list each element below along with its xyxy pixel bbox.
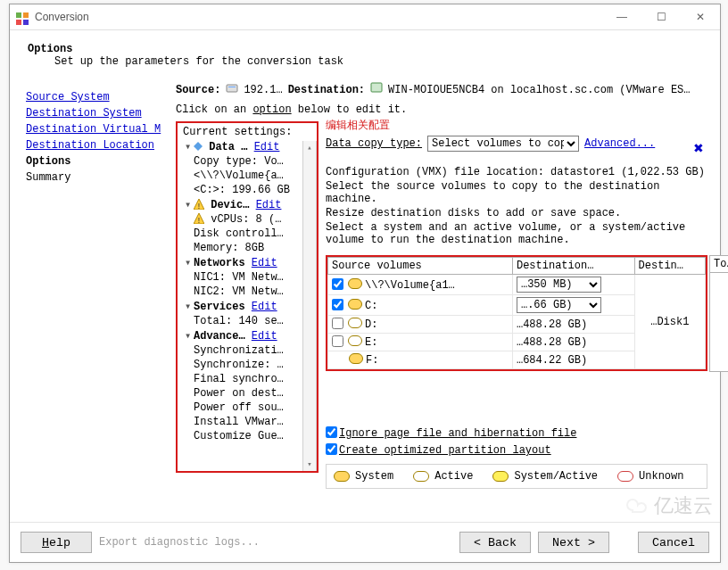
- nav-destination-system[interactable]: Destination System: [26, 105, 169, 121]
- tree-heading: Current settings:: [179, 125, 315, 139]
- volume-checkbox[interactable]: [332, 318, 343, 329]
- nav-source-system[interactable]: Source System: [26, 89, 169, 105]
- svg-text:!: !: [196, 202, 201, 210]
- volume-checkbox[interactable]: [332, 278, 343, 290]
- nav-destination-location[interactable]: Destination Location: [26, 137, 169, 153]
- red-annotation: 编辑相关配置: [326, 118, 390, 133]
- tree-services[interactable]: ▾Services Edit: [179, 299, 315, 314]
- volume-name: D:: [365, 318, 377, 331]
- next-button[interactable]: Next >: [538, 532, 609, 553]
- destination-value: WIN-MOIOUE5NCB4 on localhost.sc.com (VMw…: [388, 84, 690, 96]
- volume-name: F:: [366, 354, 378, 367]
- watermark: 亿速云: [625, 492, 713, 519]
- svg-rect-3: [23, 20, 29, 25]
- svg-rect-4: [227, 85, 237, 92]
- tree-devices[interactable]: ▾! Devic… Edit: [179, 197, 315, 212]
- tree-c-drive: <C:>: 199.66 GB: [179, 183, 315, 197]
- disk-icon: [348, 299, 362, 310]
- dest-server-icon: [370, 82, 383, 98]
- source-label: Source:: [176, 84, 220, 96]
- table-row[interactable]: \\?\Volume{a1……350 MB)…Disk1: [328, 275, 706, 295]
- opt-ignore-checkbox[interactable]: [326, 426, 337, 438]
- svg-rect-1: [23, 12, 29, 18]
- conversion-window: Conversion — ☐ ✕ Options Set up the para…: [9, 4, 721, 563]
- close-button[interactable]: ✕: [681, 4, 720, 29]
- tree-nic2: NIC2: VM Netw…: [179, 285, 315, 299]
- opt-layout-checkbox[interactable]: [326, 443, 337, 455]
- volume-name: C:: [365, 300, 377, 312]
- legend-system-icon: [334, 471, 350, 482]
- tree-scrollbar[interactable]: ▴▾: [302, 141, 317, 471]
- volume-name: E:: [365, 336, 377, 349]
- col-dest-disk[interactable]: Destin…: [634, 258, 705, 275]
- warning-icon: !: [194, 213, 204, 224]
- settings-tree-container: Current settings: ▾ Data … Edit Copy typ…: [176, 121, 318, 473]
- legend-active-icon: [413, 471, 429, 482]
- window-title: Conversion: [35, 4, 89, 29]
- col-total[interactable]: To…: [709, 255, 728, 273]
- legend-system: System: [355, 470, 393, 483]
- option-word: option: [252, 103, 291, 116]
- dest-size: …488.28 GB): [512, 334, 634, 351]
- volume-checkbox[interactable]: [332, 335, 343, 347]
- legend-active: Active: [434, 470, 473, 483]
- minimize-button[interactable]: —: [602, 4, 641, 29]
- tree-disk-controller: Disk controll…: [179, 227, 315, 241]
- dest-size-select[interactable]: ….66 GB): [517, 297, 601, 313]
- tree-adv-0: Synchronizati…: [179, 343, 315, 358]
- svg-rect-0: [16, 12, 21, 18]
- tree-adv-3: Power on dest…: [179, 386, 315, 401]
- tree-devices-edit[interactable]: Edit: [256, 199, 282, 211]
- cancel-button[interactable]: Cancel: [638, 532, 709, 553]
- export-diagnostics: Export diagnostic logs...: [99, 536, 452, 549]
- opt-layout[interactable]: Create optimized partition layout: [326, 443, 707, 457]
- tree-advanced-edit[interactable]: Edit: [252, 330, 277, 343]
- svg-marker-7: [194, 142, 203, 151]
- legend-unknown: Unknown: [639, 470, 683, 483]
- panel-close-icon[interactable]: ✖: [693, 141, 704, 155]
- tree-volume: <\\?\Volume{a…: [179, 169, 315, 183]
- main-panel: Source: 192.1… Destination: WIN-MOIOUE5N…: [176, 82, 713, 489]
- back-button[interactable]: < Back: [459, 532, 531, 553]
- svg-rect-6: [371, 83, 382, 92]
- cell-total: 20…: [709, 273, 728, 372]
- settings-tree[interactable]: Current settings: ▾ Data … Edit Copy typ…: [179, 125, 315, 469]
- page-subtitle: Set up the parameters for the conversion…: [28, 55, 702, 68]
- maximize-button[interactable]: ☐: [641, 4, 681, 29]
- config-info: Configuration (VMX) file location: datas…: [326, 166, 707, 246]
- col-source[interactable]: Source volumes: [328, 258, 513, 275]
- volume-checkbox[interactable]: [332, 299, 343, 310]
- tree-memory: Memory: 8GB: [179, 241, 315, 255]
- config-line-1: Configuration (VMX) file location: datas…: [326, 166, 707, 178]
- disk-icon: [349, 353, 363, 364]
- dest-size-select[interactable]: …350 MB): [517, 277, 601, 293]
- options-block: Ignore page file and hibernation file Cr…: [326, 426, 707, 457]
- svg-rect-5: [228, 87, 236, 87]
- nav-destination-vm[interactable]: Destination Virtual M: [26, 121, 169, 137]
- tree-networks[interactable]: ▾Networks Edit: [179, 255, 315, 270]
- tree-data-edit[interactable]: Edit: [254, 141, 280, 153]
- destination-label: Destination:: [288, 84, 365, 96]
- tree-adv-6: Customize Gue…: [179, 429, 315, 443]
- tree-data[interactable]: ▾ Data … Edit: [179, 139, 315, 154]
- legend-unknown-icon: [617, 471, 633, 482]
- dest-size: …684.22 GB): [512, 351, 634, 369]
- legend-sysact: System/Active: [514, 470, 598, 483]
- opt-ignore[interactable]: Ignore page file and hibernation file: [326, 426, 707, 440]
- tree-adv-1: Synchronize: …: [179, 358, 315, 372]
- tree-vcpus: ! vCPUs: 8 (…: [179, 212, 315, 227]
- config-line-2: Select the source volumes to copy to the…: [326, 180, 707, 205]
- tree-advanced[interactable]: ▾Advance… Edit: [179, 328, 315, 343]
- titlebar: Conversion — ☐ ✕: [10, 4, 720, 30]
- tree-services-edit[interactable]: Edit: [252, 301, 277, 313]
- col-dest-size[interactable]: Destination…: [512, 258, 634, 275]
- tree-adv-4: Power off sou…: [179, 401, 315, 415]
- tree-services-total: Total: 140 se…: [179, 314, 315, 328]
- copy-type-select[interactable]: Select volumes to copy: [427, 136, 579, 152]
- help-button[interactable]: Help: [21, 532, 92, 553]
- tree-adv-2: Final synchro…: [179, 372, 315, 386]
- legend: System Active System/Active Unknown: [326, 464, 707, 489]
- tree-networks-edit[interactable]: Edit: [252, 257, 277, 269]
- advanced-link[interactable]: Advanced...: [584, 137, 655, 150]
- dest-disk-cell: …Disk1: [634, 275, 705, 369]
